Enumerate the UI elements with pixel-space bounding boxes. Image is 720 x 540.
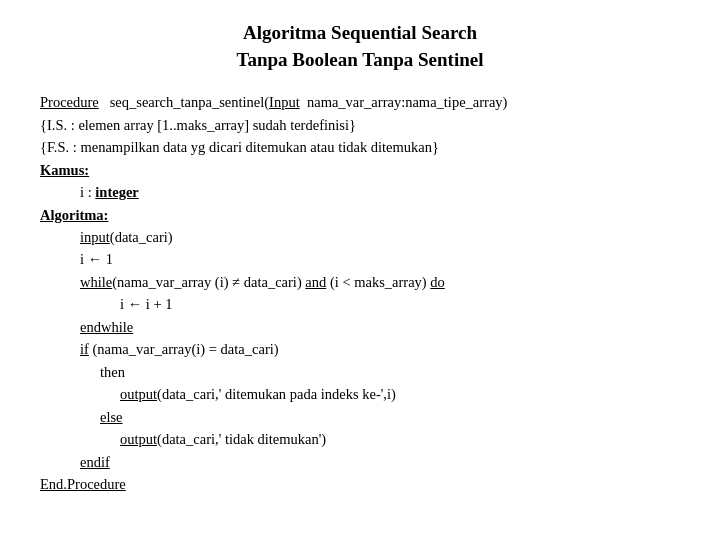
- alg-while-line: while(nama_var_array (i) ≠ data_cari) an…: [80, 271, 680, 293]
- alg-i-assign: i ← 1: [80, 248, 680, 270]
- procedure-line: Procedure seq_search_tanpa_sentinel(Inpu…: [40, 91, 680, 113]
- algoritma-label: Algoritma:: [40, 204, 680, 226]
- algoritma-keyword: Algoritma:: [40, 207, 108, 223]
- kamus-keyword: Kamus:: [40, 162, 89, 178]
- output-notfound-keyword: output: [120, 431, 157, 447]
- alg-output-found: output(data_cari,' ditemukan pada indeks…: [120, 383, 680, 405]
- alg-output-notfound: output(data_cari,' tidak ditemukan'): [120, 428, 680, 450]
- alg-input: input(data_cari): [80, 226, 680, 248]
- do-keyword: do: [430, 274, 445, 290]
- integer-keyword: integer: [95, 184, 138, 200]
- alg-then: then: [100, 361, 680, 383]
- alg-endwhile: endwhile: [80, 316, 680, 338]
- title-line1: Algoritma Sequential Search: [40, 20, 680, 47]
- title-block: Algoritma Sequential Search Tanpa Boolea…: [40, 20, 680, 73]
- end-procedure-keyword: End.Procedure: [40, 476, 126, 492]
- procedure-keyword: Procedure: [40, 94, 99, 110]
- alg-else: else: [100, 406, 680, 428]
- endif-keyword: endif: [80, 454, 110, 470]
- alg-if: if (nama_var_array(i) = data_cari): [80, 338, 680, 360]
- procedure-text: seq_search_tanpa_sentinel(Input nama_var…: [102, 94, 507, 110]
- endwhile-keyword: endwhile: [80, 319, 133, 335]
- title-line2: Tanpa Boolean Tanpa Sentinel: [40, 47, 680, 74]
- while-keyword: while: [80, 274, 112, 290]
- output-found-keyword: output: [120, 386, 157, 402]
- kamus-label: Kamus:: [40, 159, 680, 181]
- page: Algoritma Sequential Search Tanpa Boolea…: [0, 0, 720, 540]
- alg-endif: endif: [80, 451, 680, 473]
- alg-i-inc: i ← i + 1: [120, 293, 680, 315]
- content-block: Procedure seq_search_tanpa_sentinel(Inpu…: [40, 91, 680, 495]
- else-keyword: else: [100, 409, 123, 425]
- if-keyword: if: [80, 341, 89, 357]
- is-line: {I.S. : elemen array [1..maks_array] sud…: [40, 114, 680, 136]
- end-procedure: End.Procedure: [40, 473, 680, 495]
- input-keyword: input: [80, 229, 110, 245]
- fs-line: {F.S. : menampilkan data yg dicari ditem…: [40, 136, 680, 158]
- kamus-i: i : integer: [80, 181, 680, 203]
- and-keyword: and: [305, 274, 326, 290]
